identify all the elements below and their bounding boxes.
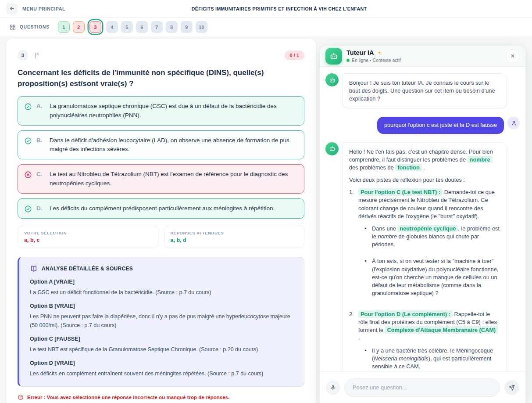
- highlight-term: neutropénie cyclique: [397, 225, 458, 232]
- chat-input-bar: [320, 371, 525, 403]
- chat-header: Tuteur IA En ligne • Contexte actif ×: [320, 46, 525, 67]
- send-icon: [508, 384, 515, 391]
- option-b[interactable]: B. Dans le déficit d'adhésion leucocytai…: [18, 130, 304, 160]
- analysis-entry-body: Les PNN ne peuvent pas faire la diapédès…: [30, 312, 293, 330]
- question-nav-2[interactable]: 2: [73, 21, 85, 33]
- reply-lead: Voici deux pistes de réflexion pour tes …: [349, 176, 500, 184]
- top-header: MENU PRINCIPAL DÉFICITS IMMUNITAIRES PRI…: [0, 0, 532, 18]
- close-icon: ×: [511, 53, 514, 60]
- option-text: Dans le déficit d'adhésion leucocytaire …: [50, 136, 293, 154]
- question-nav-1[interactable]: 1: [58, 21, 70, 33]
- highlight-term: Complexe d'Attaque Membranaire (CAM): [385, 326, 498, 334]
- question-header: 3 0 / 1: [18, 50, 304, 61]
- option-d[interactable]: D. Les déficits du complément prédispose…: [18, 198, 304, 219]
- reply-list-item-1: 1. Pour l'option C (Le test NBT) : Deman…: [349, 188, 500, 306]
- question-nav-10[interactable]: 10: [196, 21, 207, 33]
- user-message: pourquoi l'option c est juste et la D es…: [377, 117, 504, 133]
- question-nav-5[interactable]: 5: [121, 21, 133, 33]
- tutor-message-row: Hello ! Ne t'en fais pas, c'est un chapi…: [325, 142, 520, 371]
- analysis-entry-heading: Option A [VRAIE]: [30, 279, 293, 285]
- grid-icon: [10, 24, 16, 30]
- analysis-entry: Option B [VRAIE] Les PNN ne peuvent pas …: [30, 303, 293, 330]
- close-button[interactable]: ×: [506, 49, 520, 63]
- question-card: 3 0 / 1 Concernant les déficits de l'imm…: [6, 39, 316, 403]
- score-badge: 0 / 1: [285, 50, 304, 60]
- reply-intro: Hello ! Ne t'en fais pas, c'est un chapi…: [349, 148, 500, 172]
- option-a[interactable]: A. La granulomatose septique chronique (…: [18, 96, 304, 126]
- reply-bullet: • Dans une neutropénie cyclique, le prob…: [364, 225, 500, 253]
- your-selection-value: a, b, c: [24, 237, 152, 243]
- check-circle-icon: [24, 103, 32, 111]
- robot-icon: [328, 76, 336, 84]
- option-c[interactable]: C. Le test au Nitrobleu de Tétrazolium (…: [18, 164, 304, 194]
- analysis-entry-body: La GSC est un déficit fonctionnel de la …: [30, 288, 293, 297]
- option-letter: B.: [36, 136, 45, 145]
- robot-avatar: [325, 73, 339, 86]
- analysis-entry-heading: Option B [VRAIE]: [30, 303, 293, 309]
- tutor-chat-panel: Tuteur IA En ligne • Contexte actif × Bo…: [320, 46, 525, 403]
- question-nav-8[interactable]: 8: [166, 21, 178, 33]
- analysis-entry: Option A [VRAIE] La GSC est un déficit f…: [30, 279, 293, 297]
- question-nav-6[interactable]: 6: [136, 21, 148, 33]
- analysis-entry: Option D [VRAIE] Les déficits en complém…: [30, 360, 293, 378]
- chat-status-text: En ligne • Contexte actif: [352, 58, 401, 63]
- microphone-icon: [330, 385, 336, 391]
- option-letter: A.: [36, 102, 45, 111]
- robot-icon: [329, 51, 339, 61]
- robot-icon: [328, 145, 336, 152]
- option-letter: D.: [36, 204, 45, 213]
- analysis-entry-heading: Option D [VRAIE]: [30, 360, 293, 366]
- book-icon: [30, 265, 38, 273]
- online-dot: [346, 59, 350, 62]
- analysis-entry-body: Le test NBT est spécifique de la Granulo…: [30, 345, 293, 354]
- question-nav-9[interactable]: 9: [181, 21, 193, 33]
- highlight-term: nombre: [468, 156, 493, 163]
- highlight-term: fonction: [395, 164, 421, 171]
- question-nav-3[interactable]: 3: [89, 21, 101, 33]
- tutor-welcome-message: Bonjour ! Je suis ton tuteur IA. Je conn…: [342, 73, 507, 108]
- flag-icon: [34, 52, 41, 59]
- flag-button[interactable]: [34, 52, 41, 59]
- bullet-icon: •: [364, 347, 368, 371]
- tutor-message-row: Bonjour ! Je suis ton tuteur IA. Je conn…: [325, 73, 520, 108]
- back-label[interactable]: MENU PRINCIPAL: [22, 6, 65, 11]
- user-avatar: [507, 117, 520, 129]
- question-nav-4[interactable]: 4: [106, 21, 118, 33]
- question-nav-7[interactable]: 7: [151, 21, 163, 33]
- page-title: DÉFICITS IMMUNITAIRES PRIMITIFS ET INFEC…: [116, 6, 443, 11]
- send-button[interactable]: [504, 380, 519, 395]
- expected-answers-box: RÉPONSES ATTENDUES a, b, d: [164, 226, 305, 248]
- analysis-entry-body: Les déficits en complément entraînent so…: [30, 369, 293, 378]
- chat-status: En ligne • Contexte actif: [346, 58, 401, 63]
- highlight-term: Pour l'option C (Le test NBT) :: [358, 188, 443, 196]
- analysis-header: ANALYSE DÉTAILLÉE & SOURCES: [30, 265, 293, 273]
- expected-answers-label: RÉPONSES ATTENDUES: [171, 230, 298, 235]
- chat-title: Tuteur IA: [346, 49, 374, 56]
- check-circle-icon: [24, 205, 32, 213]
- chat-input[interactable]: [344, 378, 500, 397]
- tutor-reply-message: Hello ! Ne t'en fais pas, c'est un chapi…: [342, 142, 507, 371]
- analysis-title: ANALYSE DÉTAILLÉE & SOURCES: [42, 266, 133, 272]
- reply-bullet: • Il y a une bactérie très célèbre, le M…: [364, 347, 500, 371]
- option-text: Le test au Nitrobleu de Tétrazolium (NBT…: [50, 170, 293, 188]
- bullet-icon: •: [364, 225, 368, 253]
- expected-answers-value: a, b, d: [171, 237, 298, 243]
- question-text: Concernant les déficits de l'immunité no…: [18, 68, 300, 89]
- chat-messages: Bonjour ! Je suis ton tuteur IA. Je conn…: [320, 67, 525, 371]
- option-letter: C.: [36, 170, 45, 179]
- analysis-entry-heading: Option C [FAUSSE]: [30, 336, 293, 342]
- questions-label: QUESTIONS: [20, 25, 50, 29]
- highlight-term: Pour l'option D (Le complément) :: [358, 310, 453, 318]
- selection-row: VOTRE SÉLECTION a, b, c RÉPONSES ATTENDU…: [18, 226, 304, 248]
- questions-nav: QUESTIONS 1 2 3 4 5 6 7 8 9 10: [0, 18, 532, 37]
- reply-list-item-2: 2. Pour l'option D (Le complément) : Rap…: [349, 310, 500, 371]
- error-message: Erreur : Vous avez sélectionné une répon…: [18, 394, 304, 400]
- mic-button[interactable]: [326, 381, 340, 395]
- your-selection-box: VOTRE SÉLECTION a, b, c: [18, 226, 158, 248]
- error-text: Erreur : Vous avez sélectionné une répon…: [27, 395, 229, 400]
- bullet-icon: •: [364, 257, 368, 302]
- option-text: La granulomatose septique chronique (GSC…: [50, 102, 293, 120]
- chat-header-text: Tuteur IA En ligne • Contexte actif: [346, 49, 401, 63]
- back-button[interactable]: [6, 3, 18, 14]
- back-group: MENU PRINCIPAL: [6, 3, 116, 14]
